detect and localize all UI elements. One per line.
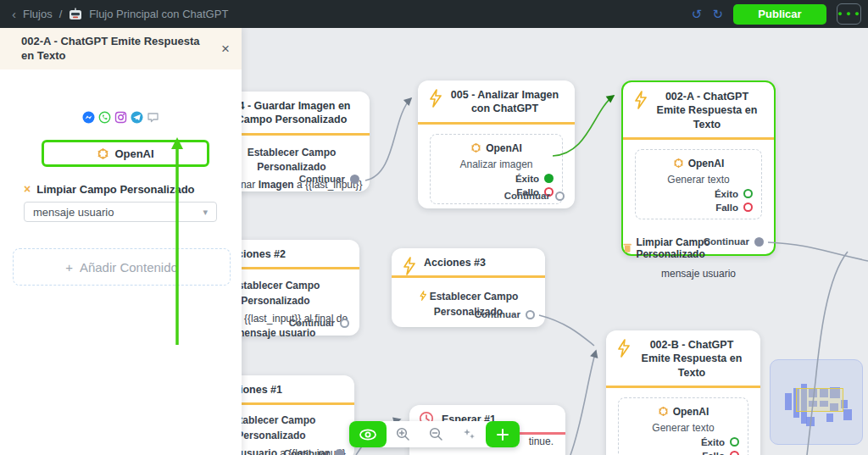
redo-icon[interactable]: ↻ (712, 8, 723, 20)
app-action-box[interactable]: OpenAI Generar texto Éxito Fallo (618, 397, 748, 455)
app-action-box[interactable]: OpenAI Generar texto Éxito Fallo (635, 149, 762, 219)
continue-label: Continuar (704, 236, 749, 247)
minimap-viewport[interactable] (796, 388, 843, 412)
category-underline (623, 137, 774, 140)
preview-button[interactable] (349, 421, 387, 447)
panel-header: 002-A - ChatGPT Emite Respuesta en Texto… (0, 28, 242, 69)
fail-port[interactable] (743, 203, 753, 212)
clear-field-row: × Limpiar Campo Personalizado (24, 182, 195, 196)
action-label: Generar texto (643, 171, 754, 187)
highlight-arrow (0, 28, 242, 455)
add-content-button[interactable]: + Añadir Contenido (13, 248, 231, 286)
bot-avatar-icon (69, 8, 82, 20)
continue-port[interactable] (526, 310, 535, 319)
continue-port[interactable] (555, 191, 565, 201)
continue-label: Continuar (475, 309, 520, 319)
telegram-icon[interactable] (131, 111, 143, 124)
minimap-node (843, 409, 852, 420)
node-action-detail: tinue. (529, 436, 554, 447)
sparkles-icon (462, 427, 476, 441)
flow-title: Flujo Principal con ChatGPT (89, 8, 228, 20)
fail-label: Fallo (715, 203, 738, 213)
continue-port[interactable] (340, 319, 349, 328)
flow-builder-app: 04 - Guardar Imagen en Campo Personaliza… (0, 0, 868, 455)
instagram-icon[interactable] (114, 111, 127, 124)
sms-icon[interactable] (147, 111, 159, 124)
plus-icon (496, 428, 509, 441)
success-port[interactable] (730, 437, 739, 447)
back-chevron-icon[interactable]: ‹ (12, 7, 16, 21)
success-port[interactable] (743, 189, 753, 198)
plus-icon: + (65, 260, 73, 275)
openai-icon (470, 142, 481, 153)
category-underline (606, 386, 760, 388)
panel-title: 002-A - ChatGPT Emite Respuesta en Texto (21, 35, 203, 64)
lightning-icon (401, 257, 417, 275)
lightning-icon (632, 91, 648, 109)
messenger-icon[interactable] (82, 111, 95, 124)
channel-icons (0, 111, 242, 124)
node-respuesta-a[interactable]: 002-A - ChatGPT Emite Respuesta en Texto… (621, 80, 776, 256)
eye-icon (359, 429, 377, 441)
lightning-icon (419, 291, 427, 301)
more-options-button[interactable]: ● ● ● (837, 3, 861, 25)
continue-label: Continuar (289, 318, 335, 328)
lightning-icon (615, 339, 632, 358)
openai-icon (673, 158, 684, 169)
field-dropdown[interactable]: mensaje usuario ▾ (24, 202, 217, 222)
field-dropdown-value: mensaje usuario (33, 206, 114, 219)
success-port[interactable] (544, 174, 554, 183)
continue-port[interactable] (754, 237, 764, 247)
fail-port[interactable] (730, 451, 739, 455)
openai-icon (97, 147, 109, 160)
chevron-down-icon: ▾ (203, 207, 208, 218)
breadcrumb-separator: / (59, 8, 63, 20)
zoom-in-button[interactable] (387, 427, 420, 441)
clear-field-label: Limpiar Campo Personalizado (36, 183, 194, 196)
openai-button-label: OpenAI (114, 147, 153, 160)
breadcrumb: ‹ Flujos / Flujo Principal con ChatGPT (0, 7, 228, 21)
publish-button[interactable]: Publicar (733, 4, 826, 25)
continue-label: Continuar (504, 191, 550, 201)
field-value: mensaje usuario (623, 265, 774, 283)
node-analizar-imagen[interactable]: 005 - Analizar Imagen con ChatGPT OpenAI… (418, 80, 575, 208)
app-label: OpenAI (486, 142, 522, 154)
node-respuesta-b[interactable]: 002-B - ChatGPT Emite Respuesta en Texto… (606, 330, 760, 455)
category-underline (418, 122, 575, 125)
auto-layout-button[interactable] (453, 427, 486, 441)
whatsapp-icon[interactable] (98, 111, 111, 124)
fail-label: Fallo (702, 451, 725, 455)
category-underline (392, 275, 545, 278)
success-label: Éxito (701, 437, 725, 447)
top-bar: ‹ Flujos / Flujo Principal con ChatGPT ↺… (0, 0, 868, 28)
minimap[interactable] (770, 359, 863, 445)
breadcrumb-flows-link[interactable]: Flujos (23, 8, 53, 20)
minimap-node (806, 417, 815, 426)
continue-port[interactable] (350, 175, 359, 184)
minimap-node (785, 393, 792, 410)
app-label: OpenAI (688, 158, 725, 169)
node-config-panel: 002-A - ChatGPT Emite Respuesta en Texto… (0, 28, 242, 455)
zoom-out-icon (429, 427, 443, 441)
continue-port[interactable] (335, 449, 344, 455)
remove-icon[interactable]: × (24, 182, 31, 196)
app-label: OpenAI (673, 406, 709, 418)
node-acciones-3[interactable]: Acciones #3 Establecer Campo Personaliza… (392, 248, 545, 327)
canvas-toolbar (349, 421, 520, 447)
add-node-button[interactable] (486, 421, 520, 447)
lightning-icon (427, 89, 443, 108)
zoom-in-icon (396, 427, 410, 441)
undo-icon[interactable]: ↺ (692, 8, 703, 20)
zoom-out-button[interactable] (420, 427, 453, 441)
close-icon[interactable]: × (221, 41, 230, 58)
action-label: Analizar imagen (437, 156, 555, 172)
continue-label: Continuar (299, 174, 345, 184)
openai-app-button[interactable]: OpenAI (42, 140, 209, 167)
continue-label: Continuar (284, 448, 330, 455)
minimap-node (826, 413, 833, 422)
add-content-label: Añadir Contenido (80, 260, 178, 275)
success-label: Éxito (515, 174, 539, 184)
action-label: Generar texto (626, 419, 741, 436)
success-label: Éxito (715, 189, 738, 199)
openai-icon (658, 406, 669, 417)
